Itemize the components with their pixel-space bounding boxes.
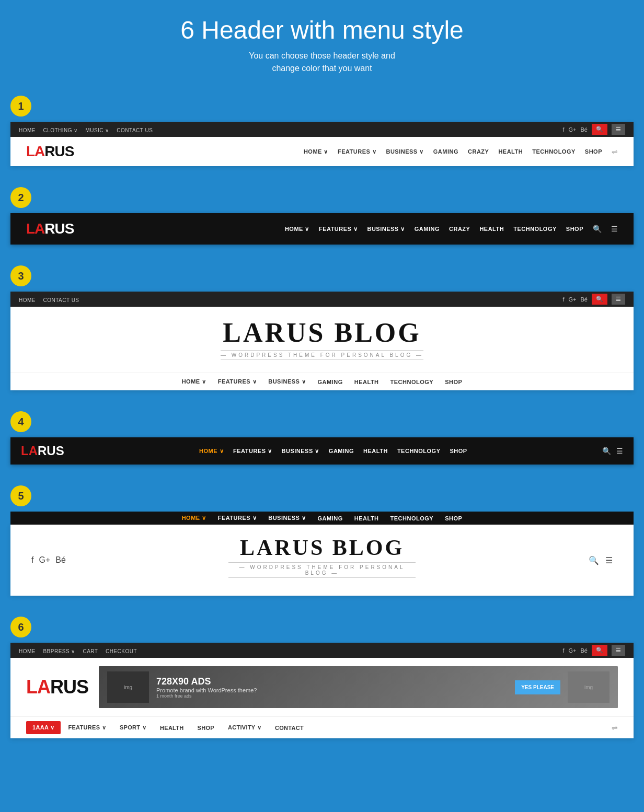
- menu6-button[interactable]: ☰: [612, 645, 625, 656]
- nav4-home[interactable]: HOME ∨: [199, 448, 224, 455]
- nav5-topbar-business[interactable]: BUSINESS ∨: [268, 515, 306, 521]
- nav6-sport[interactable]: SPORT ∨: [113, 721, 153, 734]
- nav2-business[interactable]: BUSINESS ∨: [367, 226, 405, 233]
- topbar3-contact[interactable]: CONTACT US: [43, 297, 79, 303]
- nav2-gaming[interactable]: GAMING: [415, 226, 440, 232]
- banner-text: 728X90 ADS Promote brand with WordPress …: [156, 676, 508, 699]
- header1-main: LARUS HOME ∨ FEATURES ∨ BUSINESS ∨ GAMIN…: [10, 137, 634, 166]
- social-google-icon[interactable]: G+: [569, 126, 577, 133]
- menu4-icon[interactable]: ☰: [616, 447, 623, 455]
- topbar-link-music[interactable]: MUSIC ∨: [85, 127, 109, 133]
- header6-topbar: HOME BBPRESS ∨ CART CHECKOUT f G+ Bé 🔍 ☰: [10, 643, 634, 658]
- nav-gaming[interactable]: GAMING: [433, 148, 458, 155]
- nav5-topbar-health[interactable]: HEALTH: [354, 515, 379, 521]
- topbar6-checkout[interactable]: CHECKOUT: [106, 648, 137, 654]
- shuffle6-icon[interactable]: ⇌: [612, 724, 618, 732]
- nav3-health[interactable]: HEALTH: [354, 379, 379, 385]
- social5-google-icon[interactable]: G+: [39, 555, 50, 565]
- nav2-features[interactable]: FEATURES ∨: [319, 226, 358, 233]
- topbar-link-contact[interactable]: CONTACT US: [117, 127, 153, 133]
- search3-button[interactable]: 🔍: [592, 294, 607, 305]
- header4-right: 🔍 ☰: [602, 447, 623, 455]
- topbar6-home[interactable]: HOME: [19, 648, 36, 654]
- social-facebook-icon[interactable]: f: [562, 126, 564, 133]
- logo-2[interactable]: LARUS: [26, 221, 74, 237]
- header4-nav: HOME ∨ FEATURES ∨ BUSINESS ∨ GAMING HEAL…: [199, 448, 467, 455]
- nav2-health[interactable]: HEALTH: [479, 226, 504, 232]
- nav-features[interactable]: FEATURES ∨: [338, 148, 377, 155]
- topbar3-home[interactable]: HOME: [19, 297, 36, 303]
- nav6-shop[interactable]: SHOP: [191, 722, 221, 734]
- nav4-technology[interactable]: TECHNOLOGY: [397, 448, 441, 454]
- nav3-technology[interactable]: TECHNOLOGY: [390, 379, 434, 385]
- search-button[interactable]: 🔍: [592, 124, 607, 135]
- menu3-button[interactable]: ☰: [612, 294, 625, 305]
- search6-button[interactable]: 🔍: [592, 645, 607, 656]
- topbar6-cart[interactable]: CART: [83, 648, 98, 654]
- badge-5: 5: [10, 485, 31, 506]
- logo6-rus: RUS: [50, 676, 88, 698]
- topbar-link-home[interactable]: HOME: [19, 127, 36, 133]
- social5-behance-icon[interactable]: Bé: [55, 555, 66, 565]
- nav-technology[interactable]: TECHNOLOGY: [532, 148, 576, 155]
- nav6-right: ⇌: [612, 723, 618, 733]
- header6-main: LARUS img 728X90 ADS Promote brand with …: [10, 658, 634, 716]
- social-behance-icon[interactable]: Bé: [581, 126, 588, 133]
- menu5-icon[interactable]: ☰: [605, 555, 613, 565]
- nav6-health[interactable]: HEALTH: [154, 722, 190, 734]
- banner-size: 728X90 ADS: [156, 676, 508, 687]
- nav2-shop[interactable]: SHOP: [566, 226, 583, 232]
- search4-icon[interactable]: 🔍: [602, 447, 611, 455]
- nav5-topbar-gaming[interactable]: GAMING: [318, 515, 343, 521]
- nav3-business[interactable]: BUSINESS ∨: [268, 378, 306, 385]
- menu-button[interactable]: ☰: [612, 124, 625, 135]
- nav2-crazy[interactable]: CRAZY: [449, 226, 470, 232]
- social6-facebook-icon[interactable]: f: [562, 647, 564, 654]
- nav-home[interactable]: HOME ∨: [304, 148, 328, 155]
- nav-business[interactable]: BUSINESS ∨: [386, 148, 423, 155]
- nav6-activity[interactable]: ACTIVITY ∨: [222, 721, 268, 734]
- nav6-features[interactable]: FEATURES ∨: [62, 721, 112, 734]
- nav4-features[interactable]: FEATURES ∨: [233, 448, 272, 455]
- nav3-shop[interactable]: SHOP: [445, 379, 462, 385]
- header6-container: HOME BBPRESS ∨ CART CHECKOUT f G+ Bé 🔍 ☰…: [10, 643, 634, 738]
- search-icon-2[interactable]: 🔍: [593, 225, 602, 233]
- page-subtitle: You can choose those header style andcha…: [10, 50, 634, 75]
- social6-behance-icon[interactable]: Bé: [581, 647, 588, 654]
- nav2-technology[interactable]: TECHNOLOGY: [513, 226, 557, 232]
- nav3-home[interactable]: HOME ∨: [182, 378, 206, 385]
- nav5-topbar-home[interactable]: HOME ∨: [182, 515, 206, 521]
- nav4-gaming[interactable]: GAMING: [329, 448, 354, 454]
- social6-google-icon[interactable]: G+: [569, 647, 577, 654]
- logo2-la: LA: [26, 221, 44, 237]
- nav5-topbar-technology[interactable]: TECHNOLOGY: [390, 515, 434, 521]
- nav4-shop[interactable]: SHOP: [450, 448, 467, 454]
- nav3-gaming[interactable]: GAMING: [318, 379, 343, 385]
- social3-google-icon[interactable]: G+: [569, 296, 577, 303]
- nav4-business[interactable]: BUSINESS ∨: [282, 448, 319, 455]
- search5-icon[interactable]: 🔍: [589, 555, 599, 565]
- menu-icon-2[interactable]: ☰: [611, 225, 618, 233]
- nav5-topbar-shop[interactable]: SHOP: [445, 515, 462, 521]
- logo5-title: LARUS BLOG: [228, 535, 415, 560]
- banner-cta-button[interactable]: YES PLEASE: [515, 680, 560, 694]
- nav2-home[interactable]: HOME ∨: [285, 226, 309, 233]
- topbar6-bbpress[interactable]: BBPRESS ∨: [43, 648, 75, 654]
- logo-4[interactable]: LARUS: [21, 444, 64, 458]
- nav6-1aaa[interactable]: 1AAA ∨: [26, 721, 61, 734]
- nav4-health[interactable]: HEALTH: [363, 448, 388, 454]
- social3-behance-icon[interactable]: Bé: [581, 296, 588, 303]
- nav6-contact[interactable]: CONTACT: [269, 722, 310, 734]
- nav5-topbar-features[interactable]: FEATURES ∨: [218, 515, 257, 521]
- header5-topbar: HOME ∨ FEATURES ∨ BUSINESS ∨ GAMING HEAL…: [10, 512, 634, 525]
- social3-facebook-icon[interactable]: f: [562, 296, 564, 303]
- nav-crazy[interactable]: CRAZY: [468, 148, 489, 155]
- nav-health[interactable]: HEALTH: [498, 148, 523, 155]
- topbar-link-clothing[interactable]: CLOTHING ∨: [43, 127, 77, 133]
- logo[interactable]: LARUS: [26, 143, 74, 160]
- logo-6[interactable]: LARUS: [26, 676, 88, 698]
- nav3-features[interactable]: FEATURES ∨: [218, 378, 257, 385]
- shuffle-icon[interactable]: ⇌: [612, 147, 618, 156]
- nav-shop[interactable]: SHOP: [585, 148, 602, 155]
- social5-facebook-icon[interactable]: f: [31, 555, 33, 565]
